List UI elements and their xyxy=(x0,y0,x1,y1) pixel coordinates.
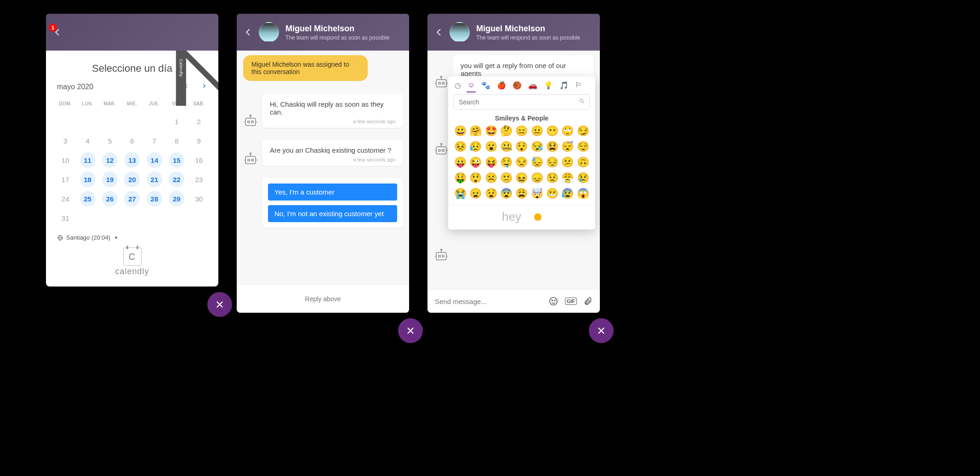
emoji[interactable]: 🙃 xyxy=(576,156,590,169)
emoji[interactable]: 😤 xyxy=(561,172,574,184)
emoji[interactable]: 🤐 xyxy=(500,140,513,153)
calendar-day-available[interactable]: 13 xyxy=(121,150,143,170)
emoji[interactable]: 😦 xyxy=(469,187,482,200)
emoji[interactable]: 😜 xyxy=(469,156,482,169)
back-button[interactable]: 1 xyxy=(53,25,62,40)
emoji[interactable]: 😕 xyxy=(561,156,574,169)
emoji[interactable]: 😫 xyxy=(546,140,559,153)
emoji[interactable]: 😖 xyxy=(515,172,528,184)
emoji[interactable]: 🤩 xyxy=(484,125,498,138)
emoji[interactable]: 🙁 xyxy=(500,172,513,184)
timezone-selector[interactable]: Santiago (20:04) ▼ xyxy=(54,228,210,243)
calendar-day xyxy=(143,208,165,228)
calendar-day-available[interactable]: 29 xyxy=(165,189,188,208)
svg-rect-21 xyxy=(436,80,446,87)
emoji[interactable]: 😐 xyxy=(530,125,544,138)
reply-above-hint: Reply above xyxy=(237,285,409,313)
emoji[interactable]: 😪 xyxy=(530,140,544,153)
calendar-day: 10 xyxy=(54,150,76,170)
emoji[interactable]: 😧 xyxy=(484,187,498,200)
calendar-day-available[interactable]: 26 xyxy=(99,189,121,208)
emoji[interactable]: 😱 xyxy=(576,187,590,200)
close-widget-button[interactable] xyxy=(589,318,614,343)
emoji-category-tab[interactable]: 🍎 xyxy=(497,81,506,90)
calendar-day-available[interactable]: 19 xyxy=(99,170,121,189)
calendly-footer-label: calendly xyxy=(115,267,149,276)
emoji-category-tab[interactable]: 🎵 xyxy=(559,81,569,90)
emoji-search-input[interactable] xyxy=(454,94,590,110)
svg-point-25 xyxy=(441,76,442,78)
calendar-day: 1 xyxy=(165,112,188,131)
emoji[interactable]: 😣 xyxy=(454,140,467,153)
emoji[interactable]: 😮 xyxy=(484,140,498,153)
calendar-day-available[interactable]: 22 xyxy=(165,170,188,189)
calendar-day-available[interactable]: 20 xyxy=(121,170,143,189)
calendar-day-available[interactable]: 11 xyxy=(76,150,98,170)
emoji-button[interactable] xyxy=(548,296,558,306)
emoji[interactable]: 😩 xyxy=(515,187,528,200)
emoji-category-tab[interactable]: 🐾 xyxy=(481,81,490,90)
emoji[interactable]: ☹️ xyxy=(484,172,498,184)
calendar-day: 9 xyxy=(188,131,210,150)
emoji[interactable]: 😟 xyxy=(546,172,559,184)
emoji[interactable]: 🙄 xyxy=(561,125,574,138)
message-input[interactable] xyxy=(435,298,542,305)
svg-point-46 xyxy=(554,300,555,301)
gif-button[interactable]: GIF xyxy=(565,298,577,305)
calendar-day: 30 xyxy=(188,189,210,208)
bot-icon xyxy=(434,248,449,262)
calendar-day-available[interactable]: 14 xyxy=(143,150,165,170)
emoji[interactable]: 🤑 xyxy=(454,172,467,184)
emoji[interactable]: 🤯 xyxy=(530,187,544,200)
emoji[interactable]: 😲 xyxy=(469,172,482,184)
option-button-no[interactable]: No, I'm not an existing customer yet xyxy=(268,205,397,222)
emoji-category-tab[interactable]: ◷ xyxy=(455,81,461,90)
emoji[interactable]: 😀 xyxy=(454,125,467,138)
emoji[interactable]: 😛 xyxy=(454,156,467,169)
calendar-day-available[interactable]: 25 xyxy=(76,189,98,208)
option-button-yes[interactable]: Yes, I'm a customer xyxy=(268,184,397,201)
emoji[interactable]: 🤔 xyxy=(500,125,513,138)
emoji[interactable]: 😥 xyxy=(469,140,482,153)
emoji-category-tab[interactable]: ☺ xyxy=(467,81,475,90)
emoji[interactable]: 😑 xyxy=(515,125,528,138)
month-label: mayo 2020 xyxy=(57,83,93,91)
emoji[interactable]: 😰 xyxy=(561,187,574,200)
emoji[interactable]: 😯 xyxy=(515,140,528,153)
smiley-icon xyxy=(548,296,558,306)
calendar-day-available[interactable]: 15 xyxy=(165,150,188,170)
calendar-day-available[interactable]: 28 xyxy=(143,189,165,208)
emoji[interactable]: 😢 xyxy=(576,172,590,184)
emoji[interactable]: 😭 xyxy=(454,187,467,200)
calendar-day-available[interactable]: 21 xyxy=(143,170,165,189)
emoji[interactable]: 😒 xyxy=(515,156,528,169)
weekday-label: JUE. xyxy=(143,97,165,112)
emoji[interactable]: 😝 xyxy=(484,156,498,169)
emoji-category-tab[interactable]: 🚗 xyxy=(528,81,537,90)
emoji[interactable]: 😶 xyxy=(546,125,559,138)
emoji-category-tab[interactable]: 🏳 xyxy=(575,81,582,90)
back-button[interactable] xyxy=(244,25,252,40)
back-button[interactable] xyxy=(435,25,443,40)
calendar-day-available[interactable]: 12 xyxy=(99,150,121,170)
attachment-button[interactable] xyxy=(583,297,593,306)
close-widget-button[interactable] xyxy=(398,318,423,343)
emoji[interactable]: 😨 xyxy=(500,187,513,200)
agent-avatar xyxy=(259,22,279,42)
emoji[interactable]: 😞 xyxy=(530,172,544,184)
emoji[interactable]: 🤤 xyxy=(500,156,513,169)
message-composer: GIF xyxy=(427,289,600,313)
calendar-day-available[interactable]: 18 xyxy=(76,170,98,189)
emoji[interactable]: 😔 xyxy=(546,156,559,169)
skin-tone-selector[interactable] xyxy=(534,213,541,221)
emoji[interactable]: 😴 xyxy=(561,140,574,153)
emoji[interactable]: 😬 xyxy=(546,187,559,200)
close-widget-button[interactable] xyxy=(207,292,232,317)
emoji-category-tab[interactable]: 💡 xyxy=(544,81,553,90)
emoji[interactable]: 🤗 xyxy=(469,125,482,138)
emoji[interactable]: 😌 xyxy=(576,140,590,153)
emoji-category-tab[interactable]: 🏀 xyxy=(513,81,522,90)
emoji[interactable]: 😓 xyxy=(530,156,544,169)
emoji[interactable]: 😏 xyxy=(576,125,590,138)
calendar-day-available[interactable]: 27 xyxy=(121,189,143,208)
